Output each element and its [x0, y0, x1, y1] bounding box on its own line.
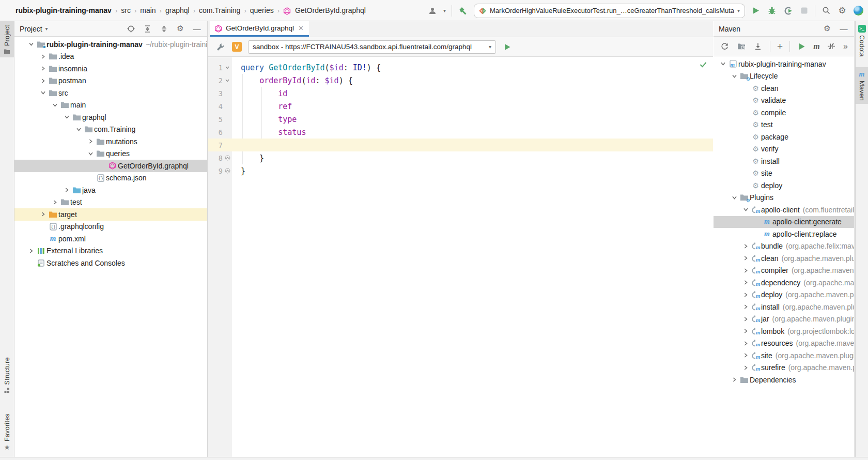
code-line[interactable]: 3 id	[208, 87, 713, 100]
chevron-collapsed-icon[interactable]	[741, 292, 750, 298]
settings-gear-icon[interactable]: ⚙	[175, 24, 185, 34]
add-configuration-icon[interactable]: +	[777, 41, 783, 51]
tree-row[interactable]: ⚙test	[714, 119, 854, 131]
chevron-expanded-icon[interactable]	[63, 114, 71, 120]
tool-window-button-structure[interactable]: Structure	[0, 354, 14, 396]
wrench-icon[interactable]	[215, 42, 226, 52]
tool-window-button-favorites[interactable]: Favorites ★	[0, 410, 14, 454]
breadcrumb-item[interactable]: GetOrderById.graphql	[295, 6, 366, 14]
tree-row[interactable]: mapollo-client:generate	[714, 216, 854, 228]
debug-button[interactable]	[767, 6, 777, 16]
breadcrumb-item[interactable]: com.Training	[199, 6, 240, 14]
code-line[interactable]: 6 status	[208, 126, 713, 139]
code-editor[interactable]: 1query GetOrderById($id: ID!) {2 orderBy…	[208, 57, 713, 457]
plugin-sphere-icon[interactable]	[853, 6, 863, 16]
chevron-collapsed-icon[interactable]	[741, 280, 750, 285]
chevron-collapsed-icon[interactable]	[51, 200, 59, 205]
chevron-collapsed-icon[interactable]	[39, 66, 48, 71]
chevron-expanded-icon[interactable]	[741, 207, 750, 212]
run-maven-goal-icon[interactable]	[797, 41, 807, 52]
close-icon[interactable]: ✕	[298, 24, 304, 32]
settings-gear-icon[interactable]: ⚙	[837, 6, 847, 16]
tree-row[interactable]: msurefire(org.apache.maven.pl	[714, 362, 854, 374]
variables-badge[interactable]: V	[232, 42, 242, 52]
tree-row[interactable]: graphql	[14, 111, 207, 124]
tree-row[interactable]: Dependencies	[714, 374, 854, 386]
tree-row[interactable]: ⚙site	[714, 167, 854, 180]
tree-row[interactable]: queries	[14, 148, 207, 160]
chevron-down-icon[interactable]: ▾	[443, 8, 446, 13]
chevron-collapsed-icon[interactable]	[39, 211, 48, 217]
chevron-collapsed-icon[interactable]	[741, 243, 750, 249]
user-icon[interactable]	[427, 6, 438, 16]
endpoint-select[interactable]: sandbox - https://FCTRAINAU543.sandbox.a…	[248, 40, 496, 54]
generate-sources-folder-icon[interactable]	[736, 41, 746, 52]
chevron-collapsed-icon[interactable]	[39, 78, 48, 84]
tree-row[interactable]: mlombok(org.projectlombok:lo	[714, 325, 854, 338]
code-line[interactable]: 5 type	[208, 113, 713, 126]
tree-row[interactable]: External Libraries	[14, 245, 207, 257]
reload-maven-icon[interactable]	[720, 41, 730, 52]
tree-row[interactable]: test	[14, 196, 207, 209]
more-actions-icon[interactable]: »	[843, 42, 848, 51]
hide-panel-icon[interactable]: —	[192, 24, 202, 34]
tree-row[interactable]: target	[14, 208, 207, 221]
tree-row[interactable]: insomnia	[14, 63, 207, 75]
chevron-expanded-icon[interactable]	[730, 195, 739, 201]
chevron-collapsed-icon[interactable]	[741, 304, 750, 310]
chevron-collapsed-icon[interactable]	[86, 139, 95, 144]
tree-row[interactable]: ⚙clean	[714, 82, 854, 95]
run-button[interactable]	[751, 6, 761, 16]
tree-row[interactable]: src	[14, 87, 207, 99]
chevron-collapsed-icon[interactable]	[741, 268, 750, 273]
fold-marker-icon[interactable]	[223, 65, 232, 70]
tree-row[interactable]: minstall(org.apache.maven.plug	[714, 301, 854, 313]
tree-row[interactable]: ⚙package	[714, 131, 854, 143]
chevron-collapsed-icon[interactable]	[741, 352, 750, 358]
fold-marker-icon[interactable]	[223, 155, 232, 161]
tool-window-button-project[interactable]: Project	[0, 21, 14, 57]
fold-marker-icon[interactable]	[223, 78, 232, 83]
code-line[interactable]: 1query GetOrderById($id: ID!) {	[208, 61, 713, 74]
tree-row[interactable]: mapollo-client:replace	[714, 228, 854, 240]
breadcrumb-item[interactable]: rubix-plugin-training-manav	[16, 6, 112, 14]
inspection-ok-icon[interactable]	[700, 60, 707, 70]
chevron-collapsed-icon[interactable]	[741, 341, 750, 346]
tree-row[interactable]: com.Training	[14, 124, 207, 136]
locate-file-icon[interactable]	[126, 24, 136, 34]
chevron-collapsed-icon[interactable]	[741, 316, 750, 322]
tree-row[interactable]: mclean(org.apache.maven.plug	[714, 252, 854, 265]
breadcrumb-item[interactable]: src	[121, 6, 131, 14]
tree-row[interactable]: {}.graphqlconfig	[14, 221, 207, 233]
search-everywhere-icon[interactable]	[821, 6, 831, 16]
tree-row[interactable]: mcompiler(org.apache.maven.p	[714, 265, 854, 277]
tool-window-button-codota[interactable]: >_ Codota	[856, 21, 868, 60]
code-line[interactable]: 4 ref	[208, 100, 713, 113]
run-query-button[interactable]	[502, 42, 513, 52]
expand-all-icon[interactable]	[142, 24, 152, 34]
chevron-collapsed-icon[interactable]	[741, 328, 750, 334]
tree-row[interactable]: main	[14, 99, 207, 112]
tree-row[interactable]: mbundle(org.apache.felix:mave	[714, 240, 854, 253]
download-sources-icon[interactable]	[753, 41, 763, 52]
skip-tests-icon[interactable]	[827, 41, 836, 52]
tree-row[interactable]: .idea	[14, 51, 207, 63]
breadcrumb-item[interactable]: graphql	[165, 6, 190, 14]
tree-row[interactable]: GetOrderById.graphql	[14, 160, 207, 172]
tree-row[interactable]: ⚙Plugins	[714, 192, 854, 204]
fold-marker-icon[interactable]	[223, 168, 232, 174]
build-hammer-icon[interactable]	[458, 6, 468, 16]
tree-row[interactable]: rubix-plugin-training-manav~/rubix-plugi…	[14, 38, 207, 51]
tree-row[interactable]: {}schema.json	[14, 172, 207, 185]
tree-row[interactable]: mjar(org.apache.maven.plugins	[714, 313, 854, 326]
chevron-down-icon[interactable]: ▾	[45, 26, 48, 32]
chevron-expanded-icon[interactable]	[27, 41, 36, 47]
chevron-expanded-icon[interactable]	[730, 73, 739, 79]
tool-window-button-maven[interactable]: m Maven	[856, 67, 868, 104]
code-line[interactable]: 8 }	[208, 151, 713, 164]
hide-panel-icon[interactable]: —	[839, 24, 849, 34]
chevron-collapsed-icon[interactable]	[741, 365, 750, 371]
tree-row[interactable]: ⚙install	[714, 155, 854, 167]
code-line[interactable]: 2 orderById(id: $id) {	[208, 74, 713, 87]
chevron-collapsed-icon[interactable]	[730, 377, 739, 382]
